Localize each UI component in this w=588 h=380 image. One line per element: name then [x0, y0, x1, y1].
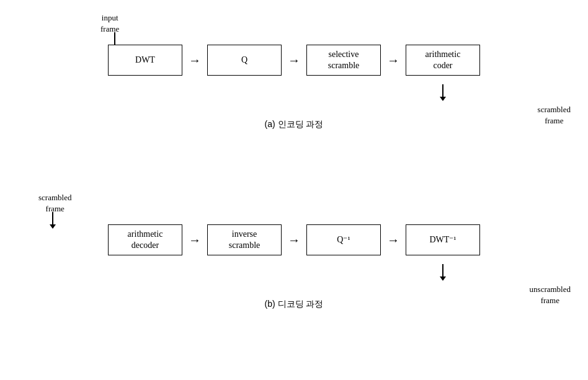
decoding-caption: (b) 디코딩 과정 — [0, 299, 588, 310]
box-dwt: DWT — [108, 45, 182, 76]
box-inverse: inverse scramble — [207, 224, 282, 255]
arrow-q-dwt — [381, 233, 406, 247]
arrow-selective-arithmetic — [381, 53, 406, 68]
box-dwt-inv: DWT⁻¹ — [406, 224, 480, 255]
arrow-q-selective — [282, 53, 306, 68]
box-arithmetic-dec: arithmetic decoder — [108, 224, 182, 255]
box-selective: selective scramble — [306, 45, 381, 76]
encoding-output-label: scrambled frame — [538, 104, 571, 126]
arrow-dwt-q — [182, 53, 207, 68]
encoding-section: input frame DWT Q — [0, 12, 588, 130]
decoding-output-label: unscrambled frame — [530, 284, 571, 306]
box-arithmetic-enc: arithmetic coder — [406, 45, 480, 76]
decoding-section: scrambled frame arithmetic decoder inver… — [0, 192, 588, 310]
arrow-inverse-q — [282, 233, 306, 247]
box-q: Q — [207, 45, 282, 76]
arrow-arith-inverse — [182, 233, 207, 247]
encoding-caption: (a) 인코딩 과정 — [0, 119, 588, 130]
box-q-inv: Q⁻¹ — [306, 224, 381, 255]
diagram-container: input frame DWT Q — [0, 0, 588, 380]
